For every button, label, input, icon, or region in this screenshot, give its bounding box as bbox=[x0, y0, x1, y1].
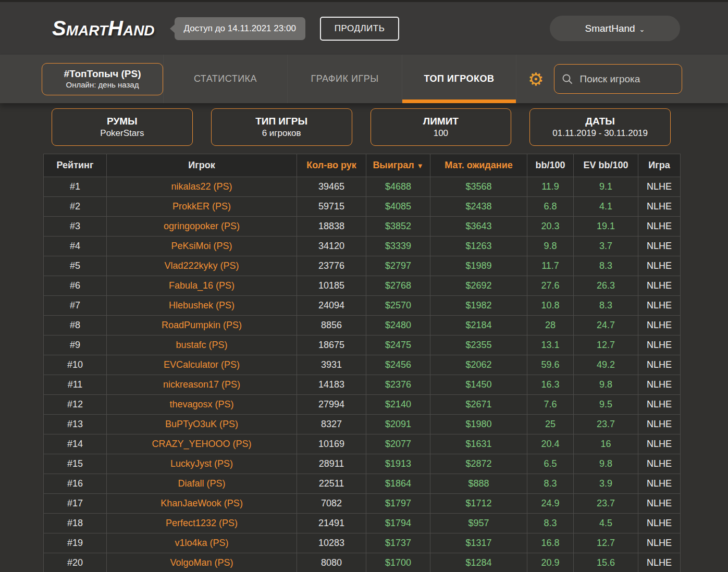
cell-player[interactable]: thevagosx (PS) bbox=[107, 395, 297, 415]
column-header-won[interactable]: Выиграл▼ bbox=[366, 154, 430, 177]
cell-hands: 18838 bbox=[297, 217, 366, 237]
current-player-profile-button[interactable]: #ТопТопыч (PS) Онлайн: день назад bbox=[42, 63, 163, 95]
tab-statistics[interactable]: СТАТИСТИКА bbox=[163, 55, 287, 103]
cell-ev_money: $2692 bbox=[430, 276, 527, 296]
cell-player[interactable]: CRAZY_YEHOOO (PS) bbox=[107, 434, 297, 454]
cell-evbb100: 3.9 bbox=[574, 474, 638, 494]
cell-evbb100: 9.1 bbox=[574, 177, 638, 197]
cell-evbb100: 4.1 bbox=[574, 197, 638, 217]
column-header-bb100[interactable]: bb/100 bbox=[527, 154, 574, 177]
cell-game: NLHE bbox=[638, 217, 681, 237]
column-header-player[interactable]: Игрок bbox=[107, 154, 297, 177]
cell-ev_money: $2355 bbox=[430, 335, 527, 355]
cell-bb100: 16.8 bbox=[527, 533, 574, 553]
cell-player[interactable]: KhanJaeWook (PS) bbox=[107, 494, 297, 514]
cell-game: NLHE bbox=[638, 434, 681, 454]
search-input[interactable] bbox=[579, 73, 674, 85]
column-header-label: bb/100 bbox=[535, 160, 565, 170]
table-row: #20VolgoMan (PS)8080$1700$128420.915.6NL… bbox=[44, 553, 681, 572]
tab-top-players[interactable]: ТОП ИГРОКОВ bbox=[402, 55, 516, 103]
cell-player[interactable]: Diafall (PS) bbox=[107, 474, 297, 494]
cell-evbb100: 26.3 bbox=[574, 276, 638, 296]
table-row: #19v1lo4ka (PS)10283$1737$131716.812.7NL… bbox=[44, 533, 681, 553]
cell-game: NLHE bbox=[638, 474, 681, 494]
cell-rank: #15 bbox=[44, 454, 107, 474]
cell-ev_money: $2062 bbox=[430, 355, 527, 375]
cell-game: NLHE bbox=[638, 395, 681, 415]
cell-bb100: 16.3 bbox=[527, 375, 574, 395]
cell-player[interactable]: nikalas22 (PS) bbox=[107, 177, 297, 197]
cell-bb100: 20.3 bbox=[527, 217, 574, 237]
settings-gear-icon[interactable]: ⚙ bbox=[528, 70, 544, 88]
cell-won: $1794 bbox=[366, 514, 430, 533]
table-row: #15LuckyJyst (PS)28911$1913$28726.59.8NL… bbox=[44, 454, 681, 474]
table-row: #16Diafall (PS)22511$1864$8888.33.9NLHE bbox=[44, 474, 681, 494]
table-row: #4PeKsiMoi (PS)34120$3339$12639.83.7NLHE bbox=[44, 237, 681, 256]
column-header-game[interactable]: Игра bbox=[638, 154, 681, 177]
cell-won: $4085 bbox=[366, 197, 430, 217]
cell-player[interactable]: LuckyJyst (PS) bbox=[107, 454, 297, 474]
cell-player[interactable]: PeKsiMoi (PS) bbox=[107, 237, 297, 256]
cell-rank: #20 bbox=[44, 553, 107, 572]
filter-value: 6 игроков bbox=[262, 128, 301, 139]
player-search-box[interactable] bbox=[554, 64, 682, 94]
cell-evbb100: 16 bbox=[574, 434, 638, 454]
extend-subscription-button[interactable]: ПРОДЛИТЬ bbox=[320, 17, 399, 41]
column-header-rank[interactable]: Рейтинг bbox=[44, 154, 107, 177]
table-row: #9bustafc (PS)18675$2475$235513.112.7NLH… bbox=[44, 335, 681, 355]
account-dropdown[interactable]: SmartHand ⌄ bbox=[550, 16, 680, 41]
cell-player[interactable]: VolgoMan (PS) bbox=[107, 553, 297, 572]
cell-game: NLHE bbox=[638, 296, 681, 316]
cell-player[interactable]: Perfect1232 (PS) bbox=[107, 514, 297, 533]
column-header-label: Игра bbox=[648, 160, 670, 170]
cell-won: $3852 bbox=[366, 217, 430, 237]
table-row: #5Vlad222kyky (PS)23776$2797$198911.78.3… bbox=[44, 256, 681, 276]
cell-evbb100: 12.7 bbox=[574, 335, 638, 355]
cell-evbb100: 23.7 bbox=[574, 494, 638, 514]
cell-ev_money: $1263 bbox=[430, 237, 527, 256]
cell-player[interactable]: v1lo4ka (PS) bbox=[107, 533, 297, 553]
cell-player[interactable]: ProkkER (PS) bbox=[107, 197, 297, 217]
cell-game: NLHE bbox=[638, 375, 681, 395]
cell-player[interactable]: Hlebushek (PS) bbox=[107, 296, 297, 316]
tab-game-graph[interactable]: ГРАФИК ИГРЫ bbox=[287, 55, 402, 103]
cell-player[interactable]: EVCalculator (PS) bbox=[107, 355, 297, 375]
cell-ev_money: $1631 bbox=[430, 434, 527, 454]
smarthand-logo[interactable]: SmartHand bbox=[52, 17, 155, 40]
table-row: #1nikalas22 (PS)39465$4688$356811.99.1NL… bbox=[44, 177, 681, 197]
cell-won: $2456 bbox=[366, 355, 430, 375]
cell-player[interactable]: BuPTyO3uK (PS) bbox=[107, 415, 297, 434]
cell-evbb100: 8.3 bbox=[574, 296, 638, 316]
table-row: #11nickreason17 (PS)14183$2376$145016.39… bbox=[44, 375, 681, 395]
cell-hands: 7082 bbox=[297, 494, 366, 514]
cell-hands: 8856 bbox=[297, 316, 366, 335]
cell-player[interactable]: Vlad222kyky (PS) bbox=[107, 256, 297, 276]
column-header-hands[interactable]: Кол-во рук bbox=[297, 154, 366, 177]
column-header-ev_money[interactable]: Мат. ожидание bbox=[430, 154, 527, 177]
filter-game-type[interactable]: ТИП ИГРЫ6 игроков bbox=[211, 108, 352, 146]
cell-won: $3339 bbox=[366, 237, 430, 256]
filter-limit[interactable]: ЛИМИТ100 bbox=[371, 108, 512, 146]
filter-title: ТИП ИГРЫ bbox=[255, 115, 307, 128]
cell-rank: #12 bbox=[44, 395, 107, 415]
cell-rank: #9 bbox=[44, 335, 107, 355]
cell-evbb100: 49.2 bbox=[574, 355, 638, 375]
cell-game: NLHE bbox=[638, 197, 681, 217]
table-header-row: РейтингИгрокКол-во рукВыиграл▼Мат. ожида… bbox=[44, 154, 681, 177]
cell-ev_money: $1982 bbox=[430, 296, 527, 316]
cell-player[interactable]: Fabula_16 (PS) bbox=[107, 276, 297, 296]
column-header-evbb100[interactable]: EV bb/100 bbox=[574, 154, 638, 177]
cell-ev_money: $3568 bbox=[430, 177, 527, 197]
cell-player[interactable]: RoadPumpkin (PS) bbox=[107, 316, 297, 335]
filter-dates[interactable]: ДАТЫ01.11.2019 - 30.11.2019 bbox=[529, 108, 671, 146]
cell-player[interactable]: bustafc (PS) bbox=[107, 335, 297, 355]
filter-rooms[interactable]: РУМЫPokerStars bbox=[52, 108, 193, 146]
cell-hands: 14183 bbox=[297, 375, 366, 395]
cell-player[interactable]: nickreason17 (PS) bbox=[107, 375, 297, 395]
cell-rank: #19 bbox=[44, 533, 107, 553]
cell-player[interactable]: ogringopoker (PS) bbox=[107, 217, 297, 237]
cell-won: $2797 bbox=[366, 256, 430, 276]
cell-ev_money: $888 bbox=[430, 474, 527, 494]
cell-hands: 21491 bbox=[297, 514, 366, 533]
cell-game: NLHE bbox=[638, 316, 681, 335]
